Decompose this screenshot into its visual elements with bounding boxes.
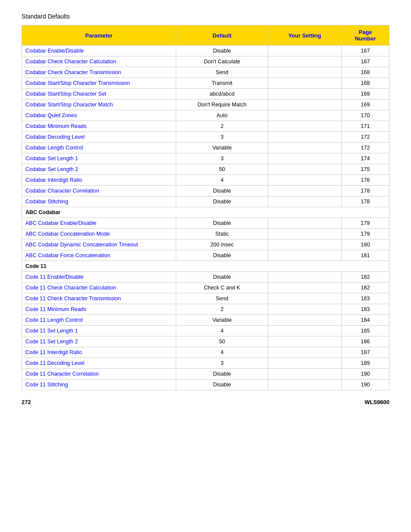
default-cell: Auto [176, 110, 268, 121]
table-row: Codabar StitchingDisable178 [22, 196, 389, 207]
your-setting-cell [268, 250, 342, 261]
table-row: Codabar Interdigit Ratio4176 [22, 175, 389, 186]
table-row: Codabar Set Length 13174 [22, 153, 389, 164]
default-cell: 2 [176, 121, 268, 132]
default-cell: 2 [176, 304, 268, 315]
default-cell: Check C and K [176, 283, 268, 293]
your-setting-cell [268, 67, 342, 78]
default-cell: 3 [176, 358, 268, 369]
table-row: Codabar Minimum Reads2171 [22, 121, 389, 132]
table-row: Code 11 Decoding Level3189 [22, 358, 389, 369]
your-setting-cell [268, 336, 342, 347]
table-row: Code 11 Check Character CalculationCheck… [22, 283, 389, 293]
param-cell: Codabar Check Character Calculation [22, 56, 176, 67]
table-row: Code 11 Set Length 250186 [22, 336, 389, 347]
table-row: Codabar Character CorrelationDisable178 [22, 186, 389, 196]
table-row: ABC Codabar Concatenation ModeStatic179 [22, 229, 389, 240]
param-cell: Codabar Stitching [22, 196, 176, 207]
your-setting-cell [268, 293, 342, 304]
default-cell: Don't Require Match [176, 100, 268, 110]
param-cell: Code 11 Character Correlation [22, 369, 176, 380]
param-cell: ABC Codabar Enable/Disable [22, 218, 176, 229]
table-row: Code 11 Set Length 14185 [22, 326, 389, 336]
section-label: Code 11 [22, 261, 389, 272]
table-row: Codabar Check Character CalculationDon't… [22, 56, 389, 67]
param-cell: ABC Codabar Concatenation Mode [22, 229, 176, 240]
table-row: Codabar Quiet ZonesAuto170 [22, 110, 389, 121]
page-number-cell: 178 [342, 186, 389, 196]
default-cell: Disable [176, 196, 268, 207]
param-cell: Code 11 Set Length 1 [22, 326, 176, 336]
default-cell: 4 [176, 347, 268, 358]
default-cell: Variable [176, 143, 268, 153]
default-cell: 3 [176, 153, 268, 164]
your-setting-cell [268, 110, 342, 121]
your-setting-cell [268, 164, 342, 175]
your-setting-cell [268, 304, 342, 315]
param-cell: Code 11 Check Character Calculation [22, 283, 176, 293]
default-cell: Disable [176, 380, 268, 390]
param-cell: Code 11 Decoding Level [22, 358, 176, 369]
section-header-row: ABC Codabar [22, 207, 389, 218]
section-header-row: Code 11 [22, 261, 389, 272]
page-number-cell: 182 [342, 272, 389, 283]
page-number-cell: 186 [342, 336, 389, 347]
param-cell: Code 11 Set Length 2 [22, 336, 176, 347]
standards-table: Parameter Default Your Setting PageNumbe… [22, 25, 389, 390]
page-number-cell: 167 [342, 46, 389, 56]
table-row: Code 11 Length ControlVariable184 [22, 315, 389, 326]
param-cell: Code 11 Minimum Reads [22, 304, 176, 315]
default-cell: 50 [176, 164, 268, 175]
page-number-cell: 181 [342, 250, 389, 261]
default-cell: Static [176, 229, 268, 240]
page-number-cell: 169 [342, 100, 389, 110]
footer-product: WLS9600 [364, 399, 389, 405]
table-row: Code 11 Enable/DisableDisable182 [22, 272, 389, 283]
section-label: ABC Codabar [22, 207, 389, 218]
page-title: Standard Defaults [22, 13, 389, 20]
your-setting-cell [268, 380, 342, 390]
table-row: Codabar Start/Stop Character MatchDon't … [22, 100, 389, 110]
your-setting-cell [268, 56, 342, 67]
param-cell: Codabar Minimum Reads [22, 121, 176, 132]
param-cell: Code 11 Enable/Disable [22, 272, 176, 283]
default-cell: Send [176, 293, 268, 304]
default-cell: abcd/abcd [176, 89, 268, 100]
param-cell: ABC Codabar Dynamic Concatenation Timeou… [22, 240, 176, 250]
page-number-cell: 172 [342, 132, 389, 143]
page-number-cell: 179 [342, 229, 389, 240]
default-cell: 50 [176, 336, 268, 347]
page-number-cell: 182 [342, 283, 389, 293]
default-cell: Transmit [176, 78, 268, 89]
page-number-cell: 190 [342, 380, 389, 390]
table-row: ABC Codabar Dynamic Concatenation Timeou… [22, 240, 389, 250]
table-row: Codabar Decoding Level3172 [22, 132, 389, 143]
param-cell: Codabar Enable/Disable [22, 46, 176, 56]
your-setting-cell [268, 229, 342, 240]
footer-page-number: 272 [22, 399, 31, 405]
page-number-cell: 171 [342, 121, 389, 132]
page-number-cell: 189 [342, 358, 389, 369]
your-setting-cell [268, 186, 342, 196]
col-header-page-number: PageNumber [342, 25, 389, 46]
table-row: Code 11 StitchingDisable190 [22, 380, 389, 390]
table-row: Codabar Start/Stop Character Transmissio… [22, 78, 389, 89]
page-number-cell: 184 [342, 315, 389, 326]
param-cell: Code 11 Stitching [22, 380, 176, 390]
your-setting-cell [268, 175, 342, 186]
param-cell: Codabar Interdigit Ratio [22, 175, 176, 186]
table-row: Codabar Start/Stop Character Setabcd/abc… [22, 89, 389, 100]
table-row: Codabar Enable/DisableDisable167 [22, 46, 389, 56]
your-setting-cell [268, 121, 342, 132]
table-row: Code 11 Interdigit Ratio4187 [22, 347, 389, 358]
page-number-cell: 176 [342, 175, 389, 186]
col-header-default: Default [176, 25, 268, 46]
default-cell: Variable [176, 315, 268, 326]
param-cell: Code 11 Interdigit Ratio [22, 347, 176, 358]
page-number-cell: 179 [342, 218, 389, 229]
default-cell: Disable [176, 272, 268, 283]
your-setting-cell [268, 143, 342, 153]
page-number-cell: 167 [342, 56, 389, 67]
param-cell: Codabar Set Length 1 [22, 153, 176, 164]
page-number-cell: 168 [342, 67, 389, 78]
